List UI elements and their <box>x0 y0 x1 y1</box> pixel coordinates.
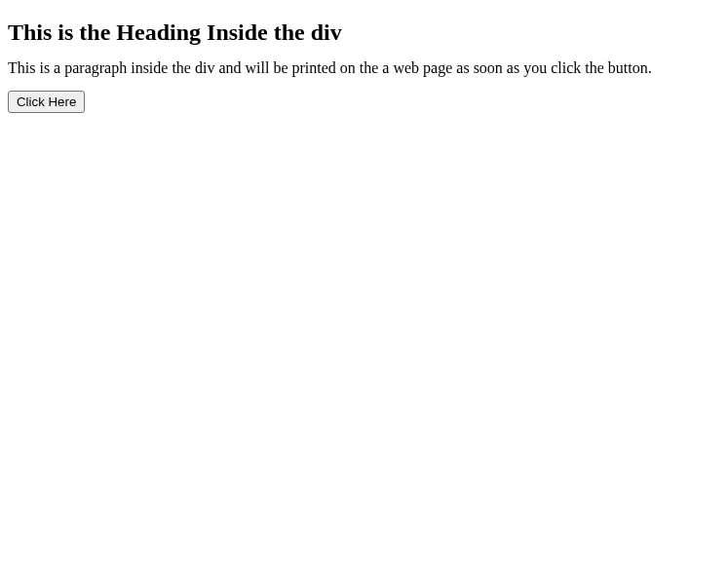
content-div: This is the Heading Inside the div This … <box>8 19 720 77</box>
click-here-button[interactable]: Click Here <box>8 91 85 113</box>
page-heading: This is the Heading Inside the div <box>8 19 720 46</box>
page-paragraph: This is a paragraph inside the div and w… <box>8 59 720 77</box>
